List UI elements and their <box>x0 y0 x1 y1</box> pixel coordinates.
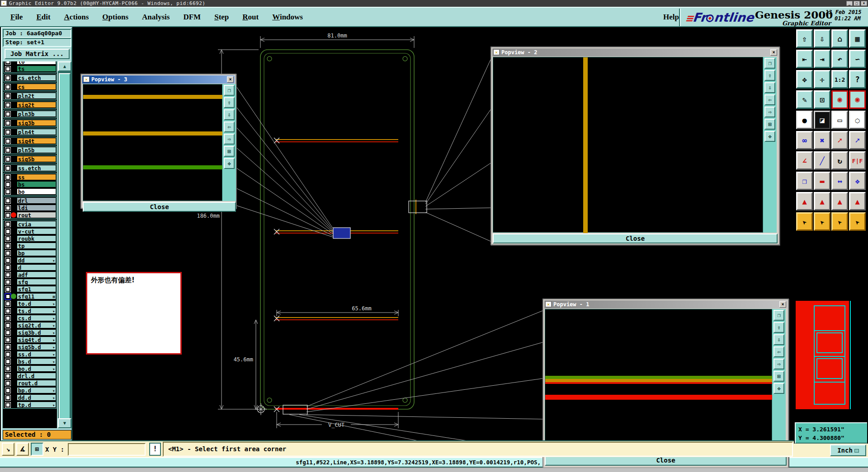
layer-row-sig4t[interactable]: sig4t <box>4 137 56 145</box>
menu-rout[interactable]: Rout <box>236 8 265 26</box>
layer-name[interactable]: sig5b <box>17 156 56 162</box>
layer-visibility-checkbox[interactable] <box>5 366 10 371</box>
pan-down-button[interactable]: ⇩ <box>774 334 784 345</box>
boolean-shapes-button[interactable]: ❖ <box>849 172 866 190</box>
layer-visibility-checkbox[interactable] <box>5 345 10 350</box>
layer-row-ss.etch[interactable]: ss.etch <box>4 164 56 172</box>
layer-visibility-checkbox[interactable] <box>5 323 10 328</box>
layer-visibility-checkbox[interactable] <box>5 287 10 292</box>
maximize-button[interactable]: □ <box>854 1 860 6</box>
layer-name[interactable]: bs.d➤ <box>17 358 56 365</box>
popview-2-titlebar[interactable]: ✕ Popview - 2 × <box>492 48 778 56</box>
angle-measure-button[interactable]: ∠ <box>796 151 813 170</box>
layer-name[interactable]: ldi <box>17 205 56 211</box>
popview-2-canvas[interactable] <box>493 57 763 233</box>
slope-line-button[interactable]: ╱ <box>814 151 830 170</box>
layer-visibility-checkbox[interactable] <box>5 301 10 306</box>
home-view-button[interactable]: ⌂ <box>831 29 848 48</box>
layer-row-sig2t.d[interactable]: sig2t.d➤ <box>4 322 56 329</box>
popview-3-titlebar[interactable]: ✕ Popview - 3 × <box>82 75 235 84</box>
pan-center-button[interactable]: ✥ <box>764 131 775 142</box>
pan-left-button[interactable]: ⇦ <box>774 346 784 357</box>
layer-visibility-checkbox[interactable] <box>5 93 10 98</box>
layer-name[interactable]: bo <box>17 188 56 195</box>
serpentine-button[interactable]: ∽ <box>849 50 866 68</box>
pan-down-button[interactable]: ⇩ <box>764 82 775 93</box>
layer-row-sig3b.d[interactable]: sig3b.d➤ <box>4 329 56 336</box>
layer-row-cs.d[interactable]: cs.d➤ <box>4 314 56 322</box>
popview-1-canvas[interactable] <box>545 309 772 454</box>
layer-row-sfg11[interactable]: sfg11⊞ <box>4 293 56 300</box>
layer-row-dd[interactable]: dd➤ <box>4 257 56 264</box>
delete-button[interactable]: ✖ <box>814 131 830 150</box>
layer-row-ldi[interactable]: ldi <box>4 204 56 211</box>
layer-name[interactable]: dd.d➤ <box>17 394 56 401</box>
layer-row-sig2t[interactable]: sig2t <box>4 101 56 108</box>
layer-name[interactable]: pln3b <box>17 111 56 117</box>
layer-name[interactable]: ts <box>17 65 56 72</box>
transform-button[interactable]: ◪ <box>814 111 830 129</box>
layer-visibility-checkbox[interactable] <box>5 395 10 400</box>
layer-visibility-checkbox[interactable] <box>5 84 10 89</box>
ruler-button[interactable]: ▭ <box>831 111 848 129</box>
fit-view-button[interactable]: ✥ <box>796 70 813 89</box>
layer-visibility-checkbox[interactable] <box>5 229 10 234</box>
layer-visibility-checkbox[interactable] <box>5 139 10 144</box>
board-navigator[interactable] <box>796 301 849 409</box>
layer-name[interactable]: bs <box>17 181 56 187</box>
copy-pad-button[interactable]: ❐ <box>796 172 813 190</box>
layer-name[interactable]: cs.etch <box>17 75 56 81</box>
layer-name[interactable]: rout.d <box>17 380 56 386</box>
layer-row-cs.etch[interactable]: cs.etch <box>4 74 56 81</box>
layer-row-bo.d[interactable]: bo.d➤ <box>4 365 56 372</box>
layer-name[interactable]: sfg1 <box>17 286 56 292</box>
layer-row-sfg1[interactable]: sfg1 <box>4 285 56 293</box>
layer-name[interactable]: cs <box>17 84 56 90</box>
pan-right-button[interactable]: ⇨ <box>224 134 235 145</box>
layer-visibility-checkbox[interactable] <box>5 236 10 241</box>
pan-right-button[interactable]: ⇥ <box>814 50 830 68</box>
layer-row-sig3b[interactable]: sig3b <box>4 119 56 126</box>
scale-1-2-button[interactable]: 1:2 <box>831 70 848 89</box>
window-duplicate-button[interactable]: ❐ <box>774 310 784 321</box>
drc-arrow-2-button[interactable]: ▲ <box>814 192 830 210</box>
layer-name[interactable]: roubk <box>17 235 56 242</box>
layer-row-sig4t.d[interactable]: sig4t.d➤ <box>4 336 56 343</box>
scroll-down-button[interactable]: ▼ <box>58 418 71 428</box>
layer-visibility-checkbox[interactable] <box>5 251 10 256</box>
drc-arrow-4-button[interactable]: ▲ <box>849 192 866 210</box>
minimize-button[interactable]: _ <box>846 1 853 6</box>
popview-3-window[interactable]: ✕ Popview - 3 × ❐⇧⇩⇦⇨⊞✥ Close <box>80 74 236 209</box>
popview-1-titlebar[interactable]: ✕ Popview - 1 × <box>544 300 787 308</box>
pan-up-button[interactable]: ⇧ <box>224 97 235 108</box>
layer-row-bo[interactable]: bo <box>4 188 56 195</box>
layer-visibility-checkbox[interactable] <box>5 243 10 248</box>
pan-right-button[interactable]: ⇨ <box>774 359 784 369</box>
layer-visibility-checkbox[interactable] <box>5 157 10 162</box>
popview-3-canvas[interactable] <box>83 84 222 201</box>
layer-visibility-checkbox[interactable] <box>5 265 10 270</box>
layer-visibility-checkbox[interactable] <box>5 222 10 227</box>
layer-name[interactable]: to.d➤ <box>17 300 56 307</box>
net-compare-b-button[interactable]: ◉ <box>849 90 866 109</box>
pan-center-button[interactable]: ✥ <box>224 158 235 169</box>
layer-name[interactable]: pln4t <box>17 129 56 135</box>
layer-name[interactable]: cvia <box>17 221 56 227</box>
window-xy-button[interactable]: ▦ <box>849 29 866 48</box>
menu-file[interactable]: File <box>4 8 29 26</box>
move-point-button[interactable]: ➚ <box>831 131 848 150</box>
layer-row-ts.d[interactable]: ts.d➤ <box>4 307 56 314</box>
layer-name[interactable]: bp.d➤ <box>17 387 56 393</box>
layer-row-to.d[interactable]: to.d➤ <box>4 300 56 307</box>
scroll-up-button[interactable]: ▲ <box>58 61 71 71</box>
layer-row-bs.d[interactable]: bs.d➤ <box>4 358 56 365</box>
layer-name[interactable]: sig4t.d➤ <box>17 336 56 343</box>
mirror-button[interactable]: F|F <box>849 151 866 170</box>
popview-3-close-icon[interactable]: × <box>227 76 234 83</box>
help-button[interactable]: ? <box>849 70 866 89</box>
layer-visibility-checkbox[interactable] <box>5 272 10 277</box>
drc-arrow-3-button[interactable]: ▲ <box>831 192 848 210</box>
menu-analysis[interactable]: Analysis <box>135 8 176 26</box>
arc-rotate-button[interactable]: ↻ <box>831 151 848 170</box>
layer-name[interactable]: bo.d➤ <box>17 365 56 372</box>
